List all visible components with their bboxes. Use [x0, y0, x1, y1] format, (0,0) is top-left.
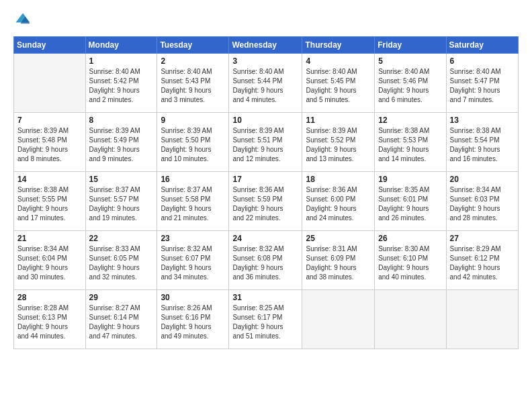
- day-info: Sunrise: 8:38 AM Sunset: 5:53 PM Dayligh…: [378, 126, 442, 164]
- day-number: 4: [306, 56, 371, 66]
- day-cell: 11Sunrise: 8:39 AM Sunset: 5:52 PM Dayli…: [302, 113, 375, 172]
- day-info: Sunrise: 8:40 AM Sunset: 5:45 PM Dayligh…: [306, 67, 371, 105]
- day-number: 5: [378, 56, 442, 66]
- day-cell: 23Sunrise: 8:32 AM Sunset: 6:07 PM Dayli…: [157, 231, 229, 290]
- day-number: 8: [89, 116, 154, 125]
- day-cell: 2Sunrise: 8:40 AM Sunset: 5:43 PM Daylig…: [157, 54, 229, 113]
- day-cell: 20Sunrise: 8:34 AM Sunset: 6:03 PM Dayli…: [446, 172, 518, 231]
- day-cell: 25Sunrise: 8:31 AM Sunset: 6:09 PM Dayli…: [302, 231, 375, 290]
- day-info: Sunrise: 8:30 AM Sunset: 6:10 PM Dayligh…: [378, 244, 442, 282]
- day-info: Sunrise: 8:40 AM Sunset: 5:43 PM Dayligh…: [161, 67, 225, 105]
- day-number: 16: [161, 175, 225, 184]
- day-info: Sunrise: 8:36 AM Sunset: 6:00 PM Dayligh…: [306, 185, 371, 223]
- day-header-sunday: Sunday: [14, 37, 86, 54]
- day-cell: [446, 290, 518, 349]
- day-cell: 21Sunrise: 8:34 AM Sunset: 6:04 PM Dayli…: [14, 231, 86, 290]
- day-cell: 27Sunrise: 8:29 AM Sunset: 6:12 PM Dayli…: [446, 231, 518, 290]
- day-header-saturday: Saturday: [446, 37, 518, 54]
- day-number: 18: [306, 175, 371, 184]
- week-row-2: 14Sunrise: 8:38 AM Sunset: 5:55 PM Dayli…: [14, 172, 519, 231]
- day-info: Sunrise: 8:39 AM Sunset: 5:48 PM Dayligh…: [17, 126, 82, 164]
- day-info: Sunrise: 8:35 AM Sunset: 6:01 PM Dayligh…: [378, 185, 442, 223]
- day-cell: 24Sunrise: 8:32 AM Sunset: 6:08 PM Dayli…: [229, 231, 302, 290]
- day-number: 10: [232, 116, 298, 125]
- logo-icon: [13, 11, 32, 30]
- day-cell: 6Sunrise: 8:40 AM Sunset: 5:47 PM Daylig…: [446, 54, 518, 113]
- day-cell: 26Sunrise: 8:30 AM Sunset: 6:10 PM Dayli…: [375, 231, 446, 290]
- day-number: 25: [306, 234, 371, 243]
- day-cell: 13Sunrise: 8:38 AM Sunset: 5:54 PM Dayli…: [446, 113, 518, 172]
- day-number: 1: [89, 56, 154, 66]
- week-row-3: 21Sunrise: 8:34 AM Sunset: 6:04 PM Dayli…: [14, 231, 519, 290]
- day-number: 29: [89, 293, 154, 302]
- day-cell: 22Sunrise: 8:33 AM Sunset: 6:05 PM Dayli…: [85, 231, 157, 290]
- day-info: Sunrise: 8:36 AM Sunset: 5:59 PM Dayligh…: [232, 185, 298, 223]
- day-cell: [375, 290, 446, 349]
- day-number: 2: [161, 56, 225, 66]
- header: [13, 11, 519, 30]
- calendar-header: SundayMondayTuesdayWednesdayThursdayFrid…: [14, 37, 519, 54]
- day-cell: 15Sunrise: 8:37 AM Sunset: 5:57 PM Dayli…: [85, 172, 157, 231]
- day-number: 11: [306, 116, 371, 125]
- day-info: Sunrise: 8:39 AM Sunset: 5:52 PM Dayligh…: [306, 126, 371, 164]
- day-cell: 17Sunrise: 8:36 AM Sunset: 5:59 PM Dayli…: [229, 172, 302, 231]
- day-header-monday: Monday: [85, 37, 157, 54]
- day-number: 9: [161, 116, 225, 125]
- day-info: Sunrise: 8:26 AM Sunset: 6:16 PM Dayligh…: [161, 304, 225, 341]
- calendar-body: 1Sunrise: 8:40 AM Sunset: 5:42 PM Daylig…: [14, 54, 519, 349]
- day-cell: 28Sunrise: 8:28 AM Sunset: 6:13 PM Dayli…: [14, 290, 86, 349]
- day-number: 12: [378, 116, 442, 125]
- day-cell: 1Sunrise: 8:40 AM Sunset: 5:42 PM Daylig…: [85, 54, 157, 113]
- day-number: 31: [232, 293, 298, 302]
- day-info: Sunrise: 8:31 AM Sunset: 6:09 PM Dayligh…: [306, 244, 371, 282]
- day-info: Sunrise: 8:27 AM Sunset: 6:14 PM Dayligh…: [89, 304, 154, 341]
- day-number: 13: [450, 116, 515, 125]
- day-cell: [14, 54, 86, 113]
- day-cell: 5Sunrise: 8:40 AM Sunset: 5:46 PM Daylig…: [375, 54, 446, 113]
- day-info: Sunrise: 8:34 AM Sunset: 6:03 PM Dayligh…: [450, 185, 515, 223]
- day-number: 26: [378, 234, 442, 243]
- day-cell: 10Sunrise: 8:39 AM Sunset: 5:51 PM Dayli…: [229, 113, 302, 172]
- day-cell: 19Sunrise: 8:35 AM Sunset: 6:01 PM Dayli…: [375, 172, 446, 231]
- day-info: Sunrise: 8:33 AM Sunset: 6:05 PM Dayligh…: [89, 244, 154, 282]
- day-info: Sunrise: 8:40 AM Sunset: 5:46 PM Dayligh…: [378, 67, 442, 105]
- calendar-table: SundayMondayTuesdayWednesdayThursdayFrid…: [13, 36, 519, 349]
- day-info: Sunrise: 8:38 AM Sunset: 5:55 PM Dayligh…: [17, 185, 82, 223]
- day-number: 14: [17, 175, 82, 184]
- day-info: Sunrise: 8:40 AM Sunset: 5:44 PM Dayligh…: [232, 67, 298, 105]
- day-info: Sunrise: 8:28 AM Sunset: 6:13 PM Dayligh…: [17, 304, 82, 341]
- week-row-4: 28Sunrise: 8:28 AM Sunset: 6:13 PM Dayli…: [14, 290, 519, 349]
- day-number: 3: [232, 56, 298, 66]
- day-cell: 30Sunrise: 8:26 AM Sunset: 6:16 PM Dayli…: [157, 290, 229, 349]
- day-info: Sunrise: 8:25 AM Sunset: 6:17 PM Dayligh…: [232, 304, 298, 341]
- day-cell: 18Sunrise: 8:36 AM Sunset: 6:00 PM Dayli…: [302, 172, 375, 231]
- day-info: Sunrise: 8:39 AM Sunset: 5:50 PM Dayligh…: [161, 126, 225, 164]
- day-number: 17: [232, 175, 298, 184]
- page: SundayMondayTuesdayWednesdayThursdayFrid…: [0, 0, 532, 411]
- day-info: Sunrise: 8:32 AM Sunset: 6:07 PM Dayligh…: [161, 244, 225, 282]
- day-cell: 16Sunrise: 8:37 AM Sunset: 5:58 PM Dayli…: [157, 172, 229, 231]
- day-number: 28: [17, 293, 82, 302]
- day-number: 21: [17, 234, 82, 243]
- day-info: Sunrise: 8:29 AM Sunset: 6:12 PM Dayligh…: [450, 244, 515, 282]
- logo: [13, 11, 35, 30]
- day-info: Sunrise: 8:39 AM Sunset: 5:51 PM Dayligh…: [232, 126, 298, 164]
- day-number: 27: [450, 234, 515, 243]
- day-cell: 31Sunrise: 8:25 AM Sunset: 6:17 PM Dayli…: [229, 290, 302, 349]
- day-cell: 8Sunrise: 8:39 AM Sunset: 5:49 PM Daylig…: [85, 113, 157, 172]
- day-cell: 12Sunrise: 8:38 AM Sunset: 5:53 PM Dayli…: [375, 113, 446, 172]
- day-info: Sunrise: 8:34 AM Sunset: 6:04 PM Dayligh…: [17, 244, 82, 282]
- day-header-wednesday: Wednesday: [229, 37, 302, 54]
- header-row: SundayMondayTuesdayWednesdayThursdayFrid…: [14, 37, 519, 54]
- day-info: Sunrise: 8:39 AM Sunset: 5:49 PM Dayligh…: [89, 126, 154, 164]
- day-number: 23: [161, 234, 225, 243]
- day-number: 15: [89, 175, 154, 184]
- day-header-tuesday: Tuesday: [157, 37, 229, 54]
- day-number: 22: [89, 234, 154, 243]
- day-cell: 14Sunrise: 8:38 AM Sunset: 5:55 PM Dayli…: [14, 172, 86, 231]
- day-cell: 4Sunrise: 8:40 AM Sunset: 5:45 PM Daylig…: [302, 54, 375, 113]
- day-header-thursday: Thursday: [302, 37, 375, 54]
- day-info: Sunrise: 8:37 AM Sunset: 5:58 PM Dayligh…: [161, 185, 225, 223]
- week-row-1: 7Sunrise: 8:39 AM Sunset: 5:48 PM Daylig…: [14, 113, 519, 172]
- day-cell: 29Sunrise: 8:27 AM Sunset: 6:14 PM Dayli…: [85, 290, 157, 349]
